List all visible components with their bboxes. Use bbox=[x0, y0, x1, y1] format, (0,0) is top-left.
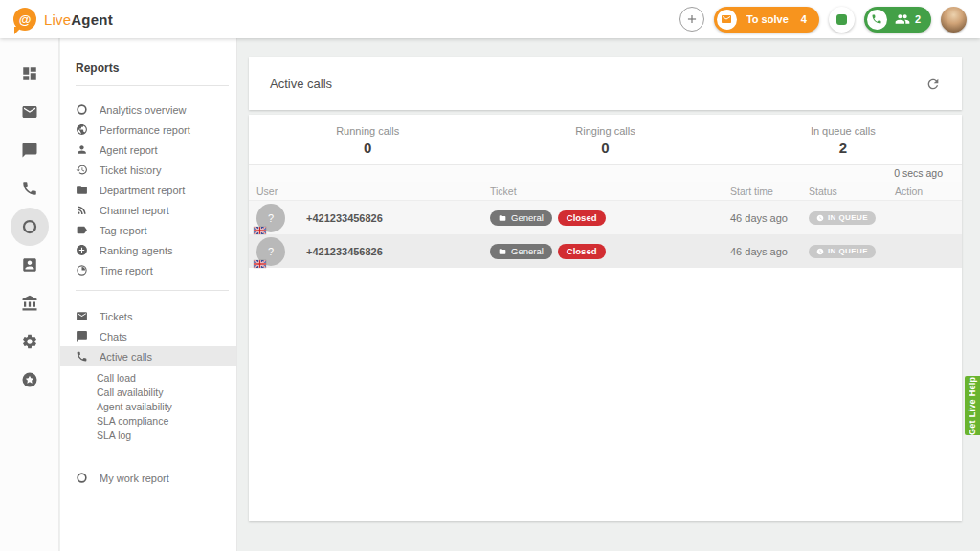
plus-icon bbox=[685, 12, 699, 26]
rail-item-academy[interactable] bbox=[11, 284, 49, 322]
department-badge: General bbox=[490, 210, 552, 226]
sidebar-item-my-work-report[interactable]: My work report bbox=[60, 468, 236, 488]
sidebar-item-ticket-history[interactable]: Ticket history bbox=[60, 160, 236, 180]
status-cell: IN QUEUE bbox=[809, 211, 895, 225]
sidebar-item-time-report[interactable]: Time report bbox=[60, 260, 236, 280]
sidebar-item-analytics-overview[interactable]: Analytics overview bbox=[60, 99, 236, 120]
folder-icon bbox=[499, 214, 506, 222]
phone-icon bbox=[76, 350, 88, 363]
status-cell: IN QUEUE bbox=[809, 245, 895, 258]
sidebar-item-agent-report[interactable]: Agent report bbox=[60, 140, 236, 160]
sidebar-item-sla-log[interactable]: SLA log bbox=[60, 428, 236, 442]
caller-phone-number: +421233456826 bbox=[306, 212, 383, 224]
stat-label: Running calls bbox=[336, 125, 399, 137]
chat-icon bbox=[76, 330, 88, 342]
sidebar-item-chats[interactable]: Chats bbox=[60, 326, 236, 346]
user-cell: ? +421233456826 bbox=[256, 237, 490, 266]
people-icon bbox=[895, 11, 910, 27]
clock-icon bbox=[816, 214, 824, 222]
to-solve-count: 4 bbox=[801, 13, 807, 25]
page-title: Active calls bbox=[270, 77, 332, 91]
rail-item-customers[interactable] bbox=[11, 246, 49, 284]
mail-icon bbox=[76, 310, 88, 322]
avatar-placeholder: ? bbox=[268, 246, 274, 257]
phone-icon bbox=[21, 180, 38, 197]
refresh-icon[interactable] bbox=[925, 77, 941, 92]
sidebar-item-sla-compliance[interactable]: SLA compliance bbox=[60, 413, 236, 428]
divider bbox=[76, 290, 229, 291]
globe-icon bbox=[76, 123, 88, 136]
sidebar-item-label: Agent report bbox=[100, 144, 158, 156]
calls-queue-count: 2 bbox=[915, 13, 921, 25]
analytics-circle-icon bbox=[76, 103, 88, 116]
sidebar-item-ranking-agents[interactable]: Ranking agents bbox=[60, 240, 236, 260]
folder-icon bbox=[76, 184, 88, 196]
sidebar-item-call-load[interactable]: Call load bbox=[60, 370, 236, 385]
rail-item-chats[interactable] bbox=[11, 131, 49, 169]
column-header-status: Status bbox=[809, 186, 895, 197]
ticket-state-badge: Closed bbox=[558, 244, 606, 259]
sidebar-item-call-availability[interactable]: Call availability bbox=[60, 385, 236, 399]
get-live-help-button[interactable]: Get Live Help bbox=[965, 376, 980, 435]
gear-icon bbox=[21, 333, 38, 350]
circle-icon bbox=[21, 218, 38, 235]
sidebar-item-channel-report[interactable]: Channel report bbox=[60, 200, 236, 220]
table-header: User Ticket Start time Status Action bbox=[249, 182, 962, 201]
department-badge: General bbox=[490, 244, 552, 259]
table-empty-area bbox=[249, 268, 962, 521]
academy-icon bbox=[21, 295, 38, 312]
active-calls-report-card: Running calls 0 Ringing calls 0 In queue… bbox=[249, 115, 962, 521]
status-badge: IN QUEUE bbox=[809, 211, 876, 225]
rail-item-configuration[interactable] bbox=[11, 322, 49, 361]
table-row[interactable]: ? +421233456826 General Closed 46 days a… bbox=[249, 201, 962, 234]
add-button[interactable] bbox=[679, 7, 704, 32]
status-badge: IN QUEUE bbox=[809, 245, 876, 258]
to-solve-button[interactable]: To solve 4 bbox=[714, 7, 819, 33]
rail-item-tickets[interactable] bbox=[11, 93, 49, 131]
stats-row: Running calls 0 Ringing calls 0 In queue… bbox=[249, 115, 962, 165]
folder-icon bbox=[499, 248, 506, 255]
sidebar-item-label: Time report bbox=[100, 265, 153, 276]
sidebar-item-tag-report[interactable]: Tag report bbox=[60, 220, 236, 240]
sidebar-item-label: Channel report bbox=[100, 205, 169, 216]
header-actions: To solve 4 2 bbox=[679, 7, 967, 33]
mail-icon bbox=[717, 10, 737, 30]
rail-item-dashboard[interactable] bbox=[11, 55, 49, 93]
sidebar-item-tickets[interactable]: Tickets bbox=[60, 306, 236, 326]
chat-square-icon bbox=[836, 14, 847, 25]
ticket-cell: General Closed bbox=[490, 244, 730, 259]
sidebar-item-label: Analytics overview bbox=[100, 104, 186, 116]
uk-flag-icon bbox=[254, 260, 266, 268]
rail-item-calls[interactable] bbox=[11, 169, 49, 208]
sidebar-item-performance-report[interactable]: Performance report bbox=[60, 120, 236, 140]
rail-item-apps[interactable] bbox=[11, 361, 49, 399]
mail-icon bbox=[21, 103, 38, 121]
sidebar-item-department-report[interactable]: Department report bbox=[60, 180, 236, 200]
stat-label: In queue calls bbox=[811, 125, 876, 137]
sidebar-item-label: My work report bbox=[100, 473, 169, 484]
sidebar-item-active-calls[interactable]: Active calls bbox=[60, 346, 236, 366]
person-icon bbox=[76, 143, 88, 156]
column-header-user: User bbox=[256, 186, 490, 197]
user-avatar[interactable] bbox=[941, 7, 967, 33]
rss-icon bbox=[76, 204, 88, 216]
calls-queue-button[interactable]: 2 bbox=[864, 7, 931, 33]
top-header: @ LiveAgent To solve 4 2 bbox=[0, 0, 980, 38]
uk-flag-icon bbox=[254, 227, 266, 234]
caller-avatar: ? bbox=[256, 237, 285, 266]
rail-item-reports[interactable] bbox=[11, 208, 49, 246]
chat-status-button[interactable] bbox=[829, 7, 855, 33]
user-cell: ? +421233456826 bbox=[256, 204, 490, 232]
start-time-cell: 46 days ago bbox=[730, 212, 809, 224]
caller-phone-number: +421233456826 bbox=[306, 246, 383, 257]
nav-rail bbox=[0, 38, 59, 551]
stat-value: 0 bbox=[601, 140, 609, 156]
sidebar-item-label: Tickets bbox=[100, 311, 132, 322]
sidebar-item-label: Ranking agents bbox=[100, 245, 172, 256]
sidebar-item-agent-availability[interactable]: Agent availability bbox=[60, 399, 236, 413]
phone-icon bbox=[867, 10, 887, 30]
clock-icon bbox=[816, 248, 824, 255]
table-row[interactable]: ? +421233456826 General Closed 46 days a… bbox=[249, 234, 962, 268]
tag-icon bbox=[76, 224, 88, 236]
chat-icon bbox=[21, 142, 38, 159]
